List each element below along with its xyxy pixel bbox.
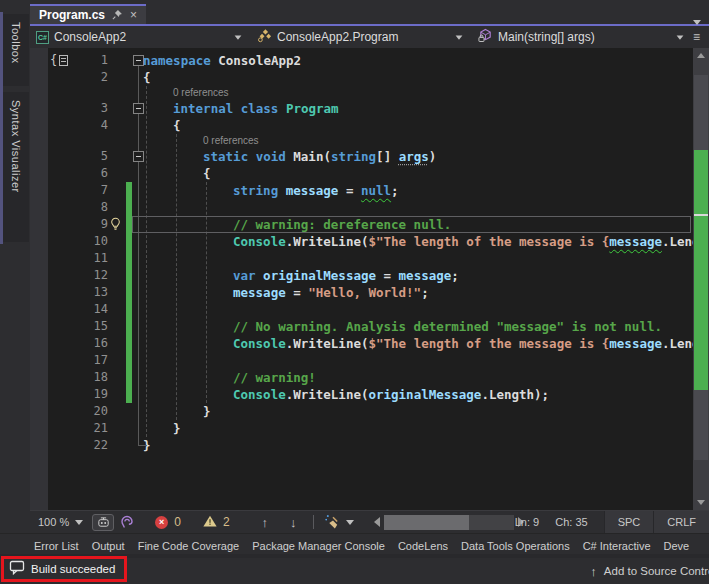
member-dropdown[interactable]: Main(string[] args): [472, 26, 693, 48]
method-icon: [478, 28, 493, 46]
code-line-8[interactable]: 8: [30, 199, 693, 216]
change-bar: [126, 386, 132, 403]
scroll-up-icon[interactable]: [697, 53, 705, 58]
error-indicator[interactable]: × 0: [155, 515, 181, 529]
pin-icon[interactable]: [112, 6, 123, 24]
warning-indicator[interactable]: 2: [203, 515, 230, 530]
line-indicator: Ln: 9: [515, 516, 539, 528]
code-text: {: [173, 117, 181, 134]
horizontal-scrollbar[interactable]: [374, 515, 524, 530]
codelens-row[interactable]: 0 references: [30, 86, 693, 100]
changed-lines-mark: [694, 150, 708, 390]
chevron-down-icon: [346, 520, 354, 525]
zoom-select[interactable]: 100 %: [38, 516, 83, 528]
line-number: 6: [30, 165, 108, 182]
code-line-16[interactable]: 16Console.WriteLine($"The length of the …: [30, 335, 693, 352]
panel-tab-deve[interactable]: Deve: [664, 540, 690, 552]
codelens-references[interactable]: 0 references: [203, 134, 259, 148]
line-number: 7: [30, 182, 108, 199]
line-number: 12: [30, 267, 108, 284]
type-dropdown[interactable]: ConsoleApp2.Program: [251, 26, 472, 48]
scroll-left-icon[interactable]: [374, 517, 380, 527]
panel-tab-c-interactive[interactable]: C# Interactive: [583, 540, 651, 552]
line-number: 22: [30, 437, 108, 454]
scrollbar-track[interactable]: [384, 515, 514, 530]
change-bar: [126, 284, 132, 301]
code-line-20[interactable]: 20}: [30, 403, 693, 420]
project-dropdown-label: ConsoleApp2: [54, 30, 126, 44]
vertical-scrollbar[interactable]: [693, 48, 709, 510]
panel-tab-package-manager-console[interactable]: Package Manager Console: [252, 540, 385, 552]
warning-icon: [203, 515, 217, 530]
document-tab-bar: Program.cs ×: [30, 0, 709, 26]
code-line-14[interactable]: 14: [30, 301, 693, 318]
sidebar-tab-syntax-visualizer[interactable]: Syntax Visualizer: [3, 92, 29, 242]
code-line-21[interactable]: 21}: [30, 420, 693, 437]
code-line-13[interactable]: 13message = "Hello, World!";: [30, 284, 693, 301]
code-line-15[interactable]: 15// No warning. Analysis determined "me…: [30, 318, 693, 335]
lightbulb-icon[interactable]: [109, 217, 123, 231]
previous-issue-icon[interactable]: ↑: [262, 515, 269, 530]
add-to-source-control[interactable]: ↑ Add to Source Control: [590, 558, 709, 584]
line-number: 1: [30, 52, 108, 69]
code-line-19[interactable]: 19Console.WriteLine(originalMessage.Leng…: [30, 386, 693, 403]
fold-toggle-icon[interactable]: [133, 103, 144, 114]
panel-tab-data-tools-operations[interactable]: Data Tools Operations: [461, 540, 570, 552]
code-line-9[interactable]: 9// warning: dereference null.: [30, 216, 693, 233]
scroll-down-icon[interactable]: [697, 500, 705, 505]
change-bar: [126, 301, 132, 318]
next-issue-icon[interactable]: ↓: [290, 515, 297, 530]
document-position-indicators: Ln: 9 Ch: 35 SPC CRLF: [515, 511, 709, 533]
project-dropdown[interactable]: C# ConsoleApp2: [30, 26, 251, 48]
scrollbar-thumb[interactable]: [384, 515, 470, 530]
change-bar: [126, 352, 132, 369]
type-dropdown-label: ConsoleApp2.Program: [277, 30, 398, 44]
code-text: }: [203, 403, 211, 420]
change-bar: [126, 182, 132, 199]
tab-program-cs[interactable]: Program.cs ×: [30, 4, 146, 24]
codelens-row[interactable]: 0 references: [30, 134, 693, 148]
spaces-indicator[interactable]: SPC: [604, 511, 654, 533]
member-dropdown-label: Main(string[] args): [498, 30, 595, 44]
code-line-3[interactable]: 3internal class Program: [30, 100, 693, 117]
panel-tab-output[interactable]: Output: [92, 540, 125, 552]
csharp-project-icon: C#: [36, 31, 49, 44]
code-text: // warning: dereference null.: [233, 216, 451, 233]
code-text: static void Main(string[] args): [203, 148, 436, 165]
visual-studio-window: Toolbox Syntax Visualizer Program.cs × C…: [0, 0, 709, 584]
code-text: internal class Program: [173, 100, 339, 117]
caret-position-mark: [694, 214, 708, 216]
code-line-6[interactable]: 6{: [30, 165, 693, 182]
code-line-17[interactable]: 17: [30, 352, 693, 369]
code-line-1[interactable]: 1namespace ConsoleApp2: [30, 52, 693, 69]
zoom-value: 100 %: [38, 516, 69, 528]
code-line-7[interactable]: 7string message = null;: [30, 182, 693, 199]
code-line-11[interactable]: 11: [30, 250, 693, 267]
code-line-18[interactable]: 18// warning!: [30, 369, 693, 386]
line-number: 17: [30, 352, 108, 369]
navigation-bar: C# ConsoleApp2 ConsoleApp2.Program Main(…: [30, 26, 709, 48]
column-indicator: Ch: 35: [555, 516, 587, 528]
panel-tab-fine-code-coverage[interactable]: Fine Code Coverage: [138, 540, 240, 552]
copilot-listen-icon[interactable]: [119, 514, 135, 530]
code-line-10[interactable]: 10Console.WriteLine($"The length of the …: [30, 233, 693, 250]
copilot-robot-icon[interactable]: [92, 514, 114, 531]
line-number: 19: [30, 386, 108, 403]
code-cleanup-button[interactable]: [324, 514, 354, 531]
code-editor[interactable]: { 1namespace ConsoleApp22{0 references3i…: [30, 48, 709, 510]
code-line-2[interactable]: 2{: [30, 69, 693, 86]
close-icon[interactable]: ×: [130, 9, 137, 21]
panel-tab-error-list[interactable]: Error List: [34, 540, 79, 552]
code-line-5[interactable]: 5static void Main(string[] args): [30, 148, 693, 165]
panel-tab-codelens[interactable]: CodeLens: [398, 540, 448, 552]
code-line-4[interactable]: 4{: [30, 117, 693, 134]
navbar-options-icon[interactable]: ≡: [693, 26, 709, 48]
code-line-22[interactable]: 22}: [30, 437, 693, 454]
sidebar-tab-toolbox[interactable]: Toolbox: [3, 14, 29, 86]
fold-toggle-icon[interactable]: [133, 151, 144, 162]
tab-label: Program.cs: [39, 8, 105, 22]
code-line-12[interactable]: 12var originalMessage = message;: [30, 267, 693, 284]
change-bar: [126, 216, 132, 233]
line-ending-indicator[interactable]: CRLF: [653, 511, 709, 533]
codelens-references[interactable]: 0 references: [173, 86, 229, 100]
